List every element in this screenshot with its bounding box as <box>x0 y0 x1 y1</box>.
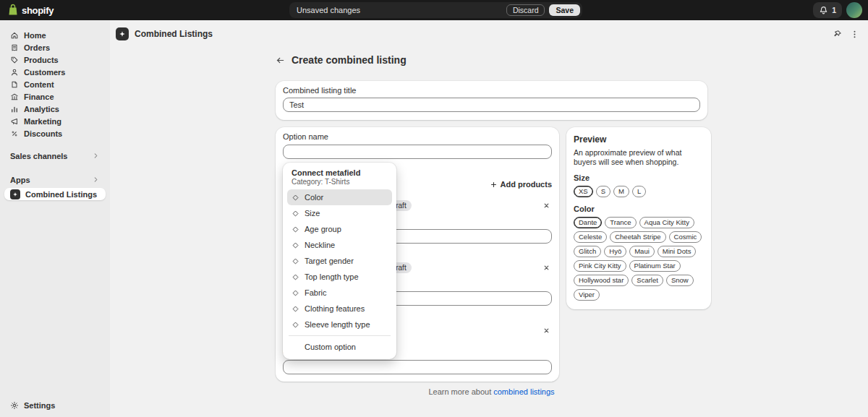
sidebar-item-settings[interactable]: Settings <box>4 399 106 411</box>
sidebar-item-discounts[interactable]: Discounts <box>4 127 106 139</box>
sidebar-header-apps[interactable]: Apps <box>4 173 106 186</box>
dropdown-item-label: Neckline <box>305 241 335 249</box>
products-icon <box>10 56 19 64</box>
avatar[interactable] <box>846 2 862 18</box>
metafield-icon <box>292 289 299 297</box>
sidebar-item-products[interactable]: Products <box>4 53 106 66</box>
footer-note: Learn more aboutcombined listings <box>276 387 707 396</box>
metafield-icon <box>292 194 299 202</box>
preview-chip: Dante <box>574 217 602 228</box>
preview-chip: Cosmic <box>669 231 702 243</box>
combined-listing-title-input[interactable] <box>283 98 700 112</box>
combined-listing-title-card: Combined listing title <box>276 81 707 120</box>
option-card: Option name Add products Draft Draft Opt… <box>276 127 559 382</box>
metafield-icon <box>292 257 299 265</box>
option-value-input[interactable] <box>283 360 552 374</box>
pin-app-button[interactable] <box>829 26 845 42</box>
dropdown-item-sleeve-length-type[interactable]: Sleeve length type <box>287 317 392 332</box>
dropdown-item-label: Custom option <box>305 343 356 351</box>
notifications-button[interactable]: 1 <box>813 2 842 18</box>
option-name-input[interactable] <box>283 145 552 159</box>
sidebar-item-label: Customers <box>24 68 65 77</box>
option-name-label: Option name <box>283 132 328 141</box>
metafield-icon <box>292 321 299 329</box>
sidebar-item-combined-listings[interactable]: Combined Listings <box>4 188 106 200</box>
dropdown-item-top-length-type[interactable]: Top length type <box>287 269 392 285</box>
sidebar-nav-list: Home Orders Products Customers Content F… <box>0 20 110 139</box>
sales-channels-section: Sales channels <box>0 150 110 162</box>
remove-product-button[interactable] <box>540 262 552 273</box>
home-icon <box>10 31 19 40</box>
apps-section: Apps Combined Listings <box>0 173 110 200</box>
preview-chip: Celeste <box>574 231 607 243</box>
sidebar-item-label: Marketing <box>24 117 61 126</box>
remove-product-button[interactable] <box>540 199 552 211</box>
dropdown-item-custom-option[interactable]: Custom option <box>287 339 392 355</box>
dropdown-item-label: Fabric <box>305 288 327 297</box>
add-products-button[interactable]: Add products <box>490 178 553 191</box>
orders-icon <box>10 43 19 52</box>
metafield-icon <box>292 210 299 218</box>
shopify-logo[interactable]: shopify <box>7 0 54 20</box>
dropdown-item-label: Sleeve length type <box>305 320 370 329</box>
preview-chip: Mini Dots <box>658 246 697 257</box>
discard-button[interactable]: Discard <box>506 4 545 16</box>
sidebar-item-label: Combined Listings <box>25 190 97 199</box>
metafield-dropdown: Connect metafield Category: T-Shirts Col… <box>283 163 396 359</box>
dropdown-item-age-group[interactable]: Age group <box>287 221 392 237</box>
sidebar-item-label: Finance <box>24 93 54 101</box>
combined-listings-link[interactable]: combined listings <box>493 387 554 396</box>
save-bar-actions: Discard Save <box>506 4 580 16</box>
shopify-wordmark: shopify <box>22 5 54 16</box>
combined-listings-app-icon <box>116 27 129 40</box>
chevron-right-icon <box>92 152 100 160</box>
gear-icon <box>10 401 19 410</box>
dropdown-item-clothing-features[interactable]: Clothing features <box>287 301 392 317</box>
apps-label: Apps <box>10 176 30 184</box>
sidebar-item-orders[interactable]: Orders <box>4 41 106 53</box>
sidebar-item-home[interactable]: Home <box>4 29 106 41</box>
preview-description: An approximate preview of what buyers wi… <box>574 148 704 167</box>
preview-card: Preview An approximate preview of what b… <box>566 127 711 309</box>
sidebar-item-analytics[interactable]: Analytics <box>4 103 106 115</box>
preview-color-chips: Dante Trance Aqua City Kitty Celeste Che… <box>574 217 704 301</box>
dropdown-item-color[interactable]: Color <box>287 189 392 205</box>
finance-icon <box>10 93 19 101</box>
metafield-icon <box>292 225 299 233</box>
preview-size-chips: XS S M L <box>574 186 704 197</box>
chevron-right-icon <box>92 176 100 184</box>
preview-chip: Hyō <box>604 246 626 257</box>
dropdown-item-neckline[interactable]: Neckline <box>287 237 392 253</box>
preview-chip: Maui <box>629 246 655 257</box>
notification-count: 1 <box>832 6 836 14</box>
sidebar-item-label: Content <box>24 80 54 89</box>
metafield-dropdown-header: Connect metafield Category: T-Shirts <box>287 167 392 189</box>
metafield-icon <box>292 241 299 249</box>
remove-product-button[interactable] <box>540 324 552 336</box>
dropdown-item-target-gender[interactable]: Target gender <box>287 253 392 269</box>
preview-title: Preview <box>574 134 704 145</box>
sidebar-header-sales-channels[interactable]: Sales channels <box>4 150 106 162</box>
preview-chip: M <box>613 186 629 197</box>
discounts-icon <box>10 129 19 138</box>
sidebar-item-label: Settings <box>24 401 55 410</box>
app-title: Combined Listings <box>135 29 213 39</box>
sidebar-item-customers[interactable]: Customers <box>4 66 106 78</box>
preview-chip: Snow <box>666 275 694 286</box>
preview-chip: Aqua City Kitty <box>639 217 694 228</box>
sidebar-item-content[interactable]: Content <box>4 78 106 90</box>
dropdown-item-size[interactable]: Size <box>287 205 392 221</box>
save-button[interactable]: Save <box>549 4 580 16</box>
app-header-left: Combined Listings <box>116 27 213 40</box>
dropdown-item-fabric[interactable]: Fabric <box>287 285 392 301</box>
more-actions-button[interactable] <box>846 26 862 42</box>
dropdown-item-label: Top length type <box>305 272 359 281</box>
sidebar-item-marketing[interactable]: Marketing <box>4 115 106 127</box>
marketing-icon <box>10 117 19 126</box>
sidebar-item-finance[interactable]: Finance <box>4 90 106 103</box>
content-icon <box>10 80 19 89</box>
combined-listing-title-label: Combined listing title <box>283 86 700 95</box>
customers-icon <box>10 68 19 77</box>
back-button[interactable] <box>272 52 288 68</box>
preview-size-label: Size <box>574 173 704 182</box>
